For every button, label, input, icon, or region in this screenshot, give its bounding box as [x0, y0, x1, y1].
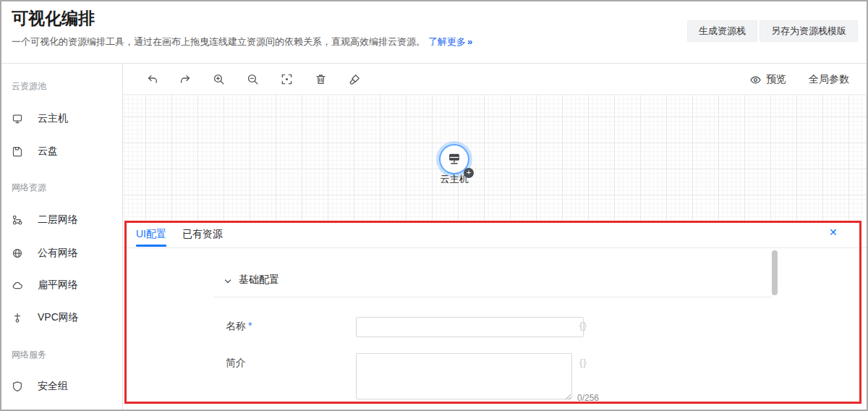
layer2-network-icon — [12, 214, 23, 226]
sidebar-item-vpc-network[interactable]: VPC网络 — [12, 309, 79, 326]
required-asterisk: * — [248, 320, 252, 331]
fit-view-button[interactable] — [276, 69, 297, 89]
double-arrow-icon: » — [467, 36, 472, 47]
undo-icon — [146, 73, 158, 85]
preview-button[interactable]: 预览 — [749, 73, 786, 86]
cloud-host-node-icon — [446, 151, 462, 167]
learn-more-link[interactable]: 了解更多 — [428, 36, 466, 47]
description-field-label: 简介 — [226, 357, 246, 370]
cloud-disk-icon — [12, 145, 23, 157]
sidebar-item-public-network[interactable]: 公有网络 — [12, 245, 78, 262]
page-title: 可视化编排 — [12, 7, 95, 30]
basic-config-section-title[interactable]: 基础配置 — [239, 274, 279, 287]
sidebar-item-label: 安全组 — [38, 380, 68, 393]
sidebar-item-layer2-network[interactable]: 二层网络 — [12, 211, 78, 229]
description-expression-icon[interactable]: {} — [579, 357, 587, 368]
panel-scrollbar[interactable] — [772, 250, 778, 295]
tab-existing-resources[interactable]: 已有资源 — [182, 228, 223, 241]
clear-canvas-button[interactable] — [344, 69, 365, 89]
undo-button[interactable] — [142, 69, 162, 89]
security-group-icon — [12, 381, 23, 392]
section-label-cloud-pool: 云资源池 — [12, 80, 46, 93]
description-textarea[interactable] — [356, 353, 572, 399]
sidebar-item-label: 扁平网络 — [38, 279, 78, 292]
close-icon[interactable]: ✕ — [829, 226, 838, 238]
sidebar-item-label: VPC网络 — [38, 311, 79, 324]
node-add-link-badge[interactable]: + — [464, 168, 474, 178]
header-divider — [1, 63, 867, 64]
delete-icon — [315, 73, 327, 85]
sidebar-item-label: 云盘 — [38, 145, 58, 158]
visual-orchestration-page: 可视化编排 一个可视化的资源编排工具，通过在画布上拖曳连线建立资源间的依赖关系，… — [0, 0, 868, 411]
redo-icon — [179, 73, 192, 85]
delete-button[interactable] — [310, 69, 331, 89]
eye-icon — [749, 74, 762, 86]
node-config-panel: UI配置 已有资源 ✕ 基础配置 名称* {} 简介 {} 0/256 — [123, 221, 868, 404]
save-as-template-button[interactable]: 另存为资源栈模版 — [760, 20, 858, 42]
chevron-down-icon[interactable] — [224, 277, 232, 286]
section-label-network-services: 网络服务 — [12, 349, 46, 361]
active-tab-underline — [136, 245, 166, 247]
zoom-in-icon — [213, 73, 225, 85]
clear-icon — [349, 73, 361, 85]
zoom-out-icon — [247, 73, 259, 85]
flat-network-icon — [12, 279, 23, 291]
name-field-label: 名称* — [226, 320, 252, 333]
generate-stack-button[interactable]: 生成资源栈 — [687, 20, 757, 42]
global-params-label: 全局参数 — [809, 73, 849, 86]
name-input[interactable] — [356, 317, 584, 337]
page-subtitle: 一个可视化的资源编排工具，通过在画布上拖曳连线建立资源间的依赖关系，直观高效编排… — [12, 35, 472, 48]
cloud-host-icon — [12, 113, 23, 124]
sidebar-item-label: 公有网络 — [38, 247, 78, 260]
subtitle-text: 一个可视化的资源编排工具，通过在画布上拖曳连线建立资源间的依赖关系，直观高效编排… — [12, 36, 425, 47]
zoom-in-button[interactable] — [208, 69, 229, 89]
sidebar-item-label: 云主机 — [38, 112, 68, 125]
zoom-out-button[interactable] — [242, 69, 263, 89]
resource-palette-sidebar: 云资源池 云主机 云盘 网络资源 二层网络 公有网络 — [1, 64, 123, 410]
preview-label: 预览 — [766, 73, 786, 86]
sidebar-item-cloud-disk[interactable]: 云盘 — [12, 143, 58, 160]
cloud-host-node[interactable] — [441, 145, 468, 173]
tabs-divider — [123, 247, 868, 248]
tab-ui-config[interactable]: UI配置 — [136, 228, 166, 241]
public-network-icon — [12, 247, 23, 259]
section-divider — [213, 297, 772, 297]
node-label: 云主机 — [424, 173, 485, 186]
section-label-network-resources: 网络资源 — [12, 182, 46, 194]
name-expression-icon[interactable]: {} — [579, 320, 587, 331]
fit-view-icon — [281, 73, 293, 85]
sidebar-item-security-group[interactable]: 安全组 — [12, 378, 68, 395]
vpc-network-icon — [12, 312, 23, 323]
char-counter: 0/256 — [577, 393, 599, 403]
sidebar-item-cloud-host[interactable]: 云主机 — [12, 110, 68, 127]
sidebar-item-flat-network[interactable]: 扁平网络 — [12, 276, 78, 294]
sidebar-item-label: 二层网络 — [38, 213, 78, 226]
redo-button[interactable] — [175, 69, 195, 89]
global-params-button[interactable]: 全局参数 — [809, 73, 849, 86]
